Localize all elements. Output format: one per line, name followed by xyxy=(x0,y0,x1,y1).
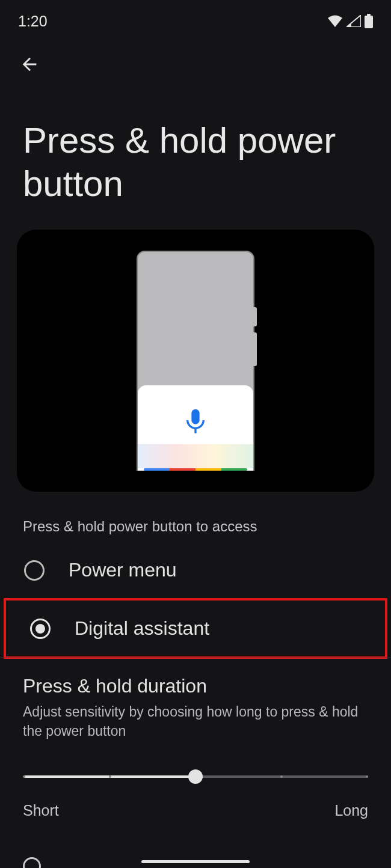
radio-button xyxy=(30,619,51,639)
phone-mockup xyxy=(137,251,254,471)
signal-icon: ! xyxy=(346,15,361,27)
battery-icon xyxy=(365,14,373,28)
svg-rect-2 xyxy=(367,14,371,16)
duration-title: Press & hold duration xyxy=(23,675,368,697)
svg-rect-1 xyxy=(365,16,373,28)
info-icon[interactable] xyxy=(23,857,41,868)
radio-option-digital-assistant[interactable]: Digital assistant xyxy=(4,598,387,659)
slider-min-label: Short xyxy=(23,802,59,819)
slider-max-label: Long xyxy=(334,802,368,819)
illustration xyxy=(17,230,374,492)
slider-thumb[interactable] xyxy=(188,769,203,784)
duration-slider[interactable] xyxy=(24,769,367,784)
radio-label: Digital assistant xyxy=(75,617,209,640)
slider-labels: Short Long xyxy=(0,784,391,819)
radio-option-power-menu[interactable]: Power menu xyxy=(0,542,391,598)
radio-label: Power menu xyxy=(69,559,177,581)
wifi-icon xyxy=(327,15,343,27)
navigation-bar[interactable] xyxy=(141,860,250,863)
status-bar: 1:20 ! xyxy=(0,0,391,36)
assistant-popup xyxy=(138,385,253,471)
section-label: Press & hold power button to access xyxy=(0,492,391,542)
back-button[interactable] xyxy=(0,36,391,83)
page-title: Press & hold power button xyxy=(0,83,391,230)
duration-description: Adjust sensitivity by choosing how long … xyxy=(23,702,368,741)
status-icons: ! xyxy=(327,14,373,28)
svg-text:!: ! xyxy=(357,19,359,26)
duration-section: Press & hold duration Adjust sensitivity… xyxy=(0,658,391,741)
mic-icon xyxy=(183,408,208,441)
radio-button xyxy=(24,560,45,581)
arrow-left-icon xyxy=(19,54,40,75)
status-time: 1:20 xyxy=(18,13,48,30)
